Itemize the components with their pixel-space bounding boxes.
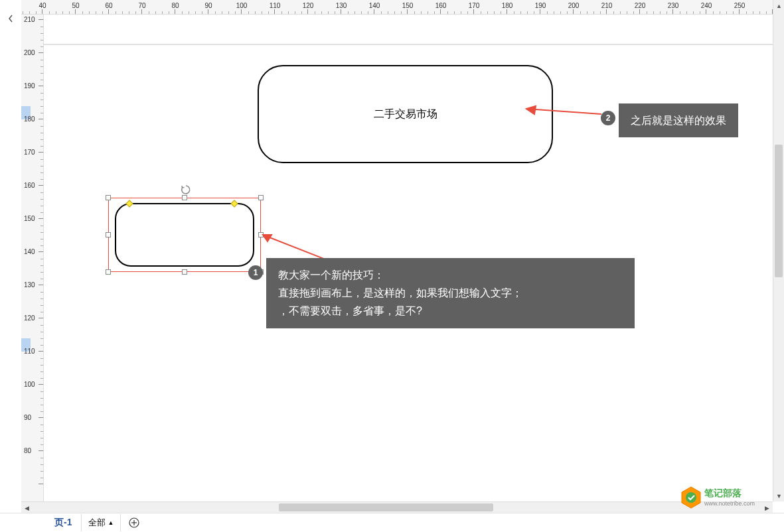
svg-text:www.notetribe.com: www.notetribe.com xyxy=(704,500,755,507)
add-page-button[interactable] xyxy=(121,515,147,531)
scroll-thumb[interactable] xyxy=(775,145,783,277)
collapse-sidebar-button[interactable] xyxy=(0,12,21,25)
rounded-rect-shape-small[interactable] xyxy=(115,203,254,267)
callout-text: 直接拖到画布上，是这样的，如果我们想输入文字； xyxy=(278,284,623,302)
rounded-rect-shape-large[interactable]: 二手交易市场 xyxy=(258,65,553,163)
resize-handle[interactable] xyxy=(182,269,187,275)
scroll-down-button[interactable]: ▼ xyxy=(773,490,784,501)
watermark-logo: 笔记部落 www.notetribe.com xyxy=(679,486,772,512)
annotation-arrow xyxy=(518,101,605,127)
page-tab[interactable]: 页-1 xyxy=(45,514,82,531)
status-bar: 页-1 全部 ▲ xyxy=(0,513,784,532)
callout-badge: 1 xyxy=(248,265,263,280)
shape-text: 二手交易市场 xyxy=(374,107,437,121)
plus-circle-icon xyxy=(129,517,139,528)
scroll-left-button[interactable]: ◀ xyxy=(21,502,33,513)
svg-line-2 xyxy=(526,109,601,114)
vertical-ruler[interactable]: 2202102001901801701601501401301201101009… xyxy=(21,15,44,501)
callout-badge: 2 xyxy=(601,111,615,125)
vertical-scrollbar[interactable]: ▲ ▼ xyxy=(773,0,784,501)
canvas[interactable]: 二手交易市场 1 教大家一个新的技巧： 直接拖到画布上，是这样的，如果我们想输入… xyxy=(44,15,773,501)
callout-box: 之后就是这样的效果 xyxy=(619,103,738,137)
horizontal-scrollbar[interactable]: ◀ ▶ xyxy=(21,501,773,513)
resize-handle[interactable] xyxy=(106,232,111,237)
svg-text:笔记部落: 笔记部落 xyxy=(704,488,742,498)
resize-handle[interactable] xyxy=(258,195,264,200)
svg-marker-1 xyxy=(263,235,272,241)
resize-handle[interactable] xyxy=(106,269,111,275)
triangle-up-icon: ▲ xyxy=(108,519,114,526)
callout-box: 教大家一个新的技巧： 直接拖到画布上，是这样的，如果我们想输入文字； ，不需要双… xyxy=(266,258,635,328)
rotate-handle[interactable] xyxy=(181,184,191,195)
svg-marker-3 xyxy=(526,106,536,114)
callout-text: 之后就是这样的效果 xyxy=(631,115,726,126)
svg-point-8 xyxy=(686,492,696,503)
rotate-icon xyxy=(181,184,191,195)
resize-handle[interactable] xyxy=(106,195,111,200)
scroll-thumb[interactable] xyxy=(279,503,493,511)
horizontal-ruler[interactable]: 3040506070809010011012013014015016017018… xyxy=(21,0,773,15)
all-pages-button[interactable]: 全部 ▲ xyxy=(82,514,121,531)
callout-text: 教大家一个新的技巧： xyxy=(278,266,623,284)
callout-text: ，不需要双击，多省事，是不? xyxy=(278,302,623,320)
resize-handle[interactable] xyxy=(182,195,187,200)
chevron-left-icon xyxy=(8,15,13,23)
scroll-up-button[interactable]: ▲ xyxy=(773,0,784,11)
